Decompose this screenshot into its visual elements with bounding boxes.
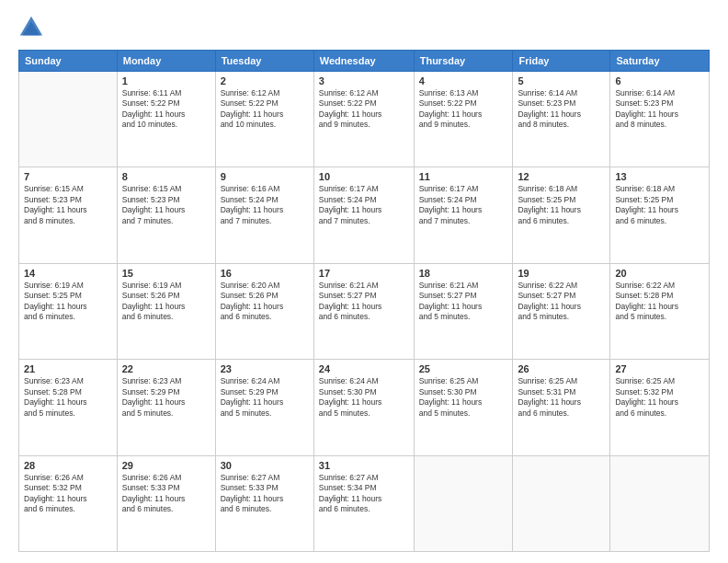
col-header-thursday: Thursday xyxy=(414,51,513,72)
day-number: 27 xyxy=(615,363,704,374)
calendar-cell: 17Sunrise: 6:21 AM Sunset: 5:27 PM Dayli… xyxy=(313,263,414,359)
calendar-cell: 8Sunrise: 6:15 AM Sunset: 5:23 PM Daylig… xyxy=(117,167,215,263)
day-number: 9 xyxy=(221,171,309,182)
day-number: 8 xyxy=(122,171,210,182)
calendar-cell: 4Sunrise: 6:13 AM Sunset: 5:22 PM Daylig… xyxy=(414,72,513,167)
day-info: Sunrise: 6:26 AM Sunset: 5:33 PM Dayligh… xyxy=(122,473,210,515)
calendar-cell: 10Sunrise: 6:17 AM Sunset: 5:24 PM Dayli… xyxy=(313,167,414,263)
calendar-cell: 25Sunrise: 6:25 AM Sunset: 5:30 PM Dayli… xyxy=(414,360,513,455)
calendar-cell: 24Sunrise: 6:24 AM Sunset: 5:30 PM Dayli… xyxy=(313,360,414,455)
calendar-cell: 21Sunrise: 6:23 AM Sunset: 5:28 PM Dayli… xyxy=(19,360,118,455)
calendar-cell: 26Sunrise: 6:25 AM Sunset: 5:31 PM Dayli… xyxy=(513,360,610,455)
day-info: Sunrise: 6:26 AM Sunset: 5:32 PM Dayligh… xyxy=(24,473,112,515)
calendar-cell: 11Sunrise: 6:17 AM Sunset: 5:24 PM Dayli… xyxy=(414,167,513,263)
calendar-cell: 22Sunrise: 6:23 AM Sunset: 5:29 PM Dayli… xyxy=(117,360,215,455)
calendar-cell: 28Sunrise: 6:26 AM Sunset: 5:32 PM Dayli… xyxy=(19,455,118,551)
day-number: 16 xyxy=(221,268,309,279)
col-header-sunday: Sunday xyxy=(19,51,118,72)
day-number: 7 xyxy=(24,171,112,182)
logo xyxy=(18,15,48,40)
day-info: Sunrise: 6:15 AM Sunset: 5:23 PM Dayligh… xyxy=(24,184,112,226)
calendar-cell: 3Sunrise: 6:12 AM Sunset: 5:22 PM Daylig… xyxy=(313,72,414,167)
day-info: Sunrise: 6:11 AM Sunset: 5:22 PM Dayligh… xyxy=(122,88,210,131)
calendar-cell: 29Sunrise: 6:26 AM Sunset: 5:33 PM Dayli… xyxy=(117,455,215,551)
calendar-cell xyxy=(610,455,710,551)
day-info: Sunrise: 6:24 AM Sunset: 5:29 PM Dayligh… xyxy=(221,376,309,419)
page: SundayMondayTuesdayWednesdayThursdayFrid… xyxy=(0,0,728,563)
day-number: 14 xyxy=(24,268,112,279)
calendar-cell: 7Sunrise: 6:15 AM Sunset: 5:23 PM Daylig… xyxy=(19,167,118,263)
calendar-week-row: 14Sunrise: 6:19 AM Sunset: 5:25 PM Dayli… xyxy=(19,263,710,359)
day-info: Sunrise: 6:18 AM Sunset: 5:25 PM Dayligh… xyxy=(518,184,605,226)
calendar-cell: 27Sunrise: 6:25 AM Sunset: 5:32 PM Dayli… xyxy=(610,360,710,455)
day-number: 29 xyxy=(122,460,210,471)
day-info: Sunrise: 6:24 AM Sunset: 5:30 PM Dayligh… xyxy=(319,376,409,419)
col-header-wednesday: Wednesday xyxy=(313,51,414,72)
calendar-week-row: 28Sunrise: 6:26 AM Sunset: 5:32 PM Dayli… xyxy=(19,455,710,551)
day-info: Sunrise: 6:25 AM Sunset: 5:32 PM Dayligh… xyxy=(615,376,704,419)
day-info: Sunrise: 6:20 AM Sunset: 5:26 PM Dayligh… xyxy=(221,281,309,323)
day-info: Sunrise: 6:27 AM Sunset: 5:33 PM Dayligh… xyxy=(221,473,309,515)
calendar-cell: 12Sunrise: 6:18 AM Sunset: 5:25 PM Dayli… xyxy=(513,167,610,263)
day-info: Sunrise: 6:25 AM Sunset: 5:31 PM Dayligh… xyxy=(518,376,605,419)
calendar-cell: 5Sunrise: 6:14 AM Sunset: 5:23 PM Daylig… xyxy=(513,72,610,167)
day-number: 4 xyxy=(419,75,508,86)
day-number: 3 xyxy=(319,75,409,86)
col-header-friday: Friday xyxy=(513,51,610,72)
header xyxy=(18,15,710,40)
day-info: Sunrise: 6:21 AM Sunset: 5:27 PM Dayligh… xyxy=(419,281,508,323)
calendar-cell xyxy=(513,455,610,551)
calendar-table: SundayMondayTuesdayWednesdayThursdayFrid… xyxy=(18,50,710,552)
calendar-cell: 2Sunrise: 6:12 AM Sunset: 5:22 PM Daylig… xyxy=(215,72,313,167)
day-info: Sunrise: 6:14 AM Sunset: 5:23 PM Dayligh… xyxy=(615,88,704,131)
day-number: 13 xyxy=(615,171,704,182)
day-number: 17 xyxy=(319,268,409,279)
day-number: 18 xyxy=(419,268,508,279)
calendar-cell xyxy=(19,72,118,167)
day-info: Sunrise: 6:12 AM Sunset: 5:22 PM Dayligh… xyxy=(319,88,409,131)
day-number: 31 xyxy=(319,460,409,471)
day-info: Sunrise: 6:12 AM Sunset: 5:22 PM Dayligh… xyxy=(221,88,309,131)
day-info: Sunrise: 6:23 AM Sunset: 5:29 PM Dayligh… xyxy=(122,376,210,419)
calendar-cell: 31Sunrise: 6:27 AM Sunset: 5:34 PM Dayli… xyxy=(313,455,414,551)
day-number: 5 xyxy=(518,75,605,86)
calendar-week-row: 21Sunrise: 6:23 AM Sunset: 5:28 PM Dayli… xyxy=(19,360,710,455)
day-info: Sunrise: 6:13 AM Sunset: 5:22 PM Dayligh… xyxy=(419,88,508,131)
logo-icon xyxy=(18,15,44,40)
day-number: 25 xyxy=(419,363,508,374)
day-number: 26 xyxy=(518,363,605,374)
day-number: 28 xyxy=(24,460,112,471)
day-number: 20 xyxy=(615,268,704,279)
day-number: 12 xyxy=(518,171,605,182)
col-header-monday: Monday xyxy=(117,51,215,72)
day-number: 15 xyxy=(122,268,210,279)
calendar-cell: 19Sunrise: 6:22 AM Sunset: 5:27 PM Dayli… xyxy=(513,263,610,359)
calendar-cell: 14Sunrise: 6:19 AM Sunset: 5:25 PM Dayli… xyxy=(19,263,118,359)
day-number: 21 xyxy=(24,363,112,374)
calendar-cell: 20Sunrise: 6:22 AM Sunset: 5:28 PM Dayli… xyxy=(610,263,710,359)
day-number: 22 xyxy=(122,363,210,374)
calendar-cell: 23Sunrise: 6:24 AM Sunset: 5:29 PM Dayli… xyxy=(215,360,313,455)
calendar-cell: 30Sunrise: 6:27 AM Sunset: 5:33 PM Dayli… xyxy=(215,455,313,551)
day-info: Sunrise: 6:19 AM Sunset: 5:26 PM Dayligh… xyxy=(122,281,210,323)
day-number: 2 xyxy=(221,75,309,86)
day-number: 10 xyxy=(319,171,409,182)
day-info: Sunrise: 6:23 AM Sunset: 5:28 PM Dayligh… xyxy=(24,376,112,419)
day-info: Sunrise: 6:21 AM Sunset: 5:27 PM Dayligh… xyxy=(319,281,409,323)
day-info: Sunrise: 6:25 AM Sunset: 5:30 PM Dayligh… xyxy=(419,376,508,419)
day-number: 19 xyxy=(518,268,605,279)
calendar-cell: 18Sunrise: 6:21 AM Sunset: 5:27 PM Dayli… xyxy=(414,263,513,359)
day-number: 24 xyxy=(319,363,409,374)
day-number: 11 xyxy=(419,171,508,182)
day-info: Sunrise: 6:17 AM Sunset: 5:24 PM Dayligh… xyxy=(319,184,409,226)
calendar-header-row: SundayMondayTuesdayWednesdayThursdayFrid… xyxy=(19,51,710,72)
day-info: Sunrise: 6:15 AM Sunset: 5:23 PM Dayligh… xyxy=(122,184,210,226)
calendar-week-row: 7Sunrise: 6:15 AM Sunset: 5:23 PM Daylig… xyxy=(19,167,710,263)
calendar-cell: 6Sunrise: 6:14 AM Sunset: 5:23 PM Daylig… xyxy=(610,72,710,167)
day-info: Sunrise: 6:22 AM Sunset: 5:28 PM Dayligh… xyxy=(615,281,704,323)
day-info: Sunrise: 6:14 AM Sunset: 5:23 PM Dayligh… xyxy=(518,88,605,131)
col-header-saturday: Saturday xyxy=(610,51,710,72)
calendar-cell: 16Sunrise: 6:20 AM Sunset: 5:26 PM Dayli… xyxy=(215,263,313,359)
day-number: 30 xyxy=(221,460,309,471)
day-info: Sunrise: 6:27 AM Sunset: 5:34 PM Dayligh… xyxy=(319,473,409,515)
